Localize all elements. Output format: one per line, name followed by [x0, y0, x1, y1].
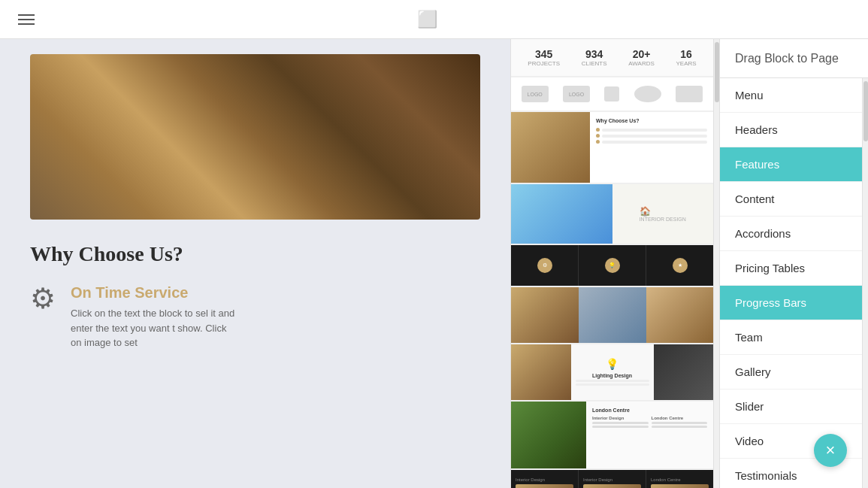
trio-thumb-inner: ⚙ 💡 ★ [511, 245, 713, 286]
stat-label-2: CLIENTS [582, 60, 607, 67]
logo-3 [604, 86, 619, 102]
cat-item-menu[interactable]: Menu [720, 78, 862, 113]
plants-row: Interior Design London Centre [592, 416, 707, 429]
dark-bottom-thumb[interactable]: Interior Design Interior Design London C… [511, 470, 713, 488]
cat-item-progress-bars[interactable]: Progress Bars [720, 286, 862, 320]
logo-2: LOGO [563, 86, 590, 102]
right-panel: Drag Block to Page Menu Headers Features… [719, 39, 868, 488]
tft-dot-1 [596, 128, 600, 132]
cat-item-headers[interactable]: Headers [720, 113, 862, 147]
stat-num-2: 934 [582, 48, 607, 60]
dual-right-text: INTERIOR DESIGN [640, 217, 686, 222]
trio-block-thumb[interactable]: ⚙ 💡 ★ [511, 245, 713, 287]
stair-thumb-inner [511, 287, 713, 344]
dual-thumb-inner: 🏠 INTERIOR DESIGN [511, 184, 713, 244]
stair-triple-thumb[interactable] [511, 287, 713, 344]
tft-dot-2 [596, 134, 600, 138]
stat-item-2: 934 CLIENTS [582, 48, 607, 67]
stat-label-4: YEARS [676, 60, 697, 67]
tft-line-3 [602, 141, 707, 144]
stats-thumb-inner: 345 PROJECTS 934 CLIENTS 20+ AWARDS 16 Y… [511, 39, 713, 77]
stair-end [646, 287, 714, 343]
stat-item-3: 20+ AWARDS [628, 48, 655, 67]
plants-col-line-2 [592, 426, 649, 428]
tft-line-1 [602, 129, 707, 132]
stats-block-thumb[interactable]: 345 PROJECTS 934 CLIENTS 20+ AWARDS 16 Y… [511, 39, 713, 77]
plants-title: London Centre [592, 408, 707, 413]
dual-image-block-thumb[interactable]: 🏠 INTERIOR DESIGN [511, 184, 713, 245]
tft-row-3 [596, 140, 707, 144]
cat-item-features[interactable]: Features [720, 147, 862, 182]
lighting-right: 💡 Lighting Design [571, 344, 654, 400]
page-preview: Why Choose Us? ⚙ On Time Service Click o… [0, 39, 510, 488]
cat-label-video: Video [735, 435, 764, 447]
stat-label-1: PROJECTS [528, 60, 560, 67]
trio-section-2: 💡 [579, 245, 646, 286]
stair-mid [579, 287, 646, 343]
cat-item-content[interactable]: Content [720, 182, 862, 217]
cat-item-team[interactable]: Team [720, 320, 862, 355]
lighting-img-mid [654, 344, 714, 400]
categories-scrollbar[interactable] [862, 78, 868, 488]
feature-desc: Click on the text the block to sel it an… [71, 306, 236, 350]
scroll-thumb[interactable] [715, 42, 719, 102]
dark-bottom-inner: Interior Design Interior Design London C… [511, 470, 713, 488]
hamburger-line-2 [18, 19, 35, 20]
feature-thumb-inner: Why Choose Us? [511, 112, 713, 183]
tft-row-2 [596, 134, 707, 138]
right-panel-body: Menu Headers Features Content Accordions… [719, 78, 868, 488]
cat-scroll-thumb[interactable] [863, 81, 868, 141]
preview-heading: Why Choose Us? [30, 242, 480, 266]
drag-block-header: Drag Block to Page [719, 39, 868, 78]
stair-img-2 [646, 287, 714, 343]
dual-left-img [511, 184, 612, 244]
plants-block-thumb[interactable]: London Centre Interior Design London Cen… [511, 402, 713, 470]
hamburger-line-1 [18, 14, 35, 16]
tft-dot-3 [596, 140, 600, 144]
logos-thumb-inner: LOGO LOGO [511, 77, 713, 111]
feature-image-block-thumb[interactable]: Why Choose Us? [511, 112, 713, 184]
monitor-icon: ⬜ [417, 10, 437, 29]
logo-4 [634, 86, 661, 102]
tdb-img-1 [516, 484, 573, 488]
tdb-label-2: Interior Design [583, 477, 641, 482]
lighting-title: Lighting Design [592, 373, 632, 378]
cat-item-slider[interactable]: Slider [720, 389, 862, 424]
plants-col-title-2: London Centre [652, 416, 708, 420]
lighting-block-thumb[interactable]: 💡 Lighting Design [511, 344, 713, 402]
tdb-label-3: London Centre [651, 477, 709, 482]
tdb-section-1: Interior Design [511, 470, 579, 488]
cat-item-accordions[interactable]: Accordions [720, 217, 862, 251]
stat-item-4: 16 YEARS [676, 48, 697, 67]
plants-col-line-3 [652, 422, 708, 424]
plants-col-line-4 [652, 426, 708, 428]
cat-label-accordions: Accordions [735, 227, 791, 240]
lighting-thumb-inner: 💡 Lighting Design [511, 344, 713, 401]
trio-circle-2: 💡 [605, 258, 620, 273]
stat-num-4: 16 [676, 48, 697, 60]
plants-col-2: London Centre [652, 416, 708, 429]
tdb-section-2: Interior Design [579, 470, 646, 488]
logos-block-thumb[interactable]: LOGO LOGO [511, 77, 713, 112]
cat-label-menu: Menu [735, 89, 764, 102]
trio-circle-3: ★ [673, 258, 688, 273]
stat-label-3: AWARDS [628, 60, 655, 67]
main-area: Why Choose Us? ⚙ On Time Service Click o… [0, 39, 868, 488]
cat-label-features: Features [735, 158, 779, 171]
close-button[interactable]: × [814, 434, 847, 467]
lighting-img [511, 344, 571, 400]
feature-thumb-text: Why Choose Us? [590, 112, 713, 183]
cat-item-pricing-tables[interactable]: Pricing Tables [720, 251, 862, 286]
cat-label-testimonials: Testimonials [735, 469, 797, 482]
stair-right [579, 287, 713, 343]
cat-label-content: Content [735, 192, 775, 205]
lighting-icon: 💡 [606, 358, 618, 370]
blocks-scrollbar[interactable] [713, 39, 719, 488]
cat-item-gallery[interactable]: Gallery [720, 355, 862, 389]
tdb-img-3 [651, 484, 709, 488]
hamburger-menu[interactable] [18, 14, 35, 25]
tft-line-2 [602, 135, 707, 138]
plants-col-1: Interior Design [592, 416, 649, 429]
plants-col-title-1: Interior Design [592, 416, 649, 420]
plants-col-line-1 [592, 422, 649, 424]
